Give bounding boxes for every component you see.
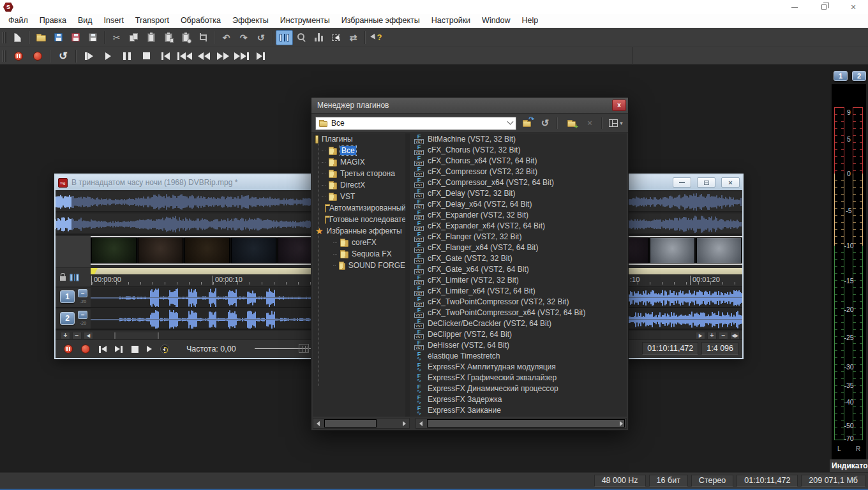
tree-item-все[interactable]: Все [313,145,405,156]
undo-button[interactable]: ↶ [218,30,235,45]
object-mode-icon[interactable] [70,274,79,281]
plugin-path-combobox[interactable]: Все [315,117,516,130]
menu-item-9[interactable]: Настройки [426,14,476,27]
tree-item-magix[interactable]: MAGIX [313,156,405,168]
stop-button[interactable] [131,346,138,353]
plugin-item[interactable]: FVSTcFX_Delay_x64 (VST2, 64 Bit) [410,198,627,209]
menu-item-4[interactable]: Transport [130,14,175,27]
save-all-button[interactable] [84,30,101,45]
scroll-button[interactable]: + [707,332,717,339]
tree-item-vst[interactable]: VST [313,191,405,202]
plugin-item[interactable]: FVSTDeClicker/DeCrackler (VST2, 64 Bit) [410,318,627,329]
scroll-button[interactable]: − [72,332,82,339]
plugin-item[interactable]: FVSTcFX_TwoPointCompressor (VST2, 32 Bit… [410,296,627,307]
restore-button[interactable]: ↺ [252,30,269,45]
new-folder-button[interactable]: + [563,116,580,130]
scroll-button[interactable]: ◂ [84,332,93,339]
video-thumbnail[interactable] [138,237,183,264]
menu-item-6[interactable]: Эффекты [227,14,274,27]
view-options-button[interactable]: ▾ [608,116,624,130]
tree-item-corefx[interactable]: coreFX [313,237,405,248]
project-close-button[interactable]: × [721,177,740,188]
record-pause-button[interactable] [9,48,28,64]
tree-item-третья-сторона[interactable]: Третья сторона [313,168,405,179]
video-thumbnail[interactable] [650,237,695,264]
plugin-item[interactable]: FVSTcFX_Gate_x64 (VST2, 64 Bit) [410,264,627,274]
menu-item-5[interactable]: Обработка [175,14,227,27]
plugin-item[interactable]: FVSTcFX_Compressor_x64 (VST2, 64 Bit) [410,177,627,188]
menu-item-2[interactable]: Вид [72,14,98,27]
menu-item-3[interactable]: Insert [98,14,130,27]
menu-item-0[interactable]: Файл [3,14,34,27]
record-button[interactable] [28,48,47,64]
paste-time-button[interactable] [177,30,194,45]
scroll-button[interactable]: + [61,332,70,339]
tree-horizontal-scrollbar[interactable] [313,418,410,429]
meter-channel-button-1[interactable]: 1 [834,71,848,81]
track2-minimize-button[interactable]: – [78,311,87,319]
crop-button[interactable] [194,30,211,45]
plugin-item[interactable]: FVSTcFX_Delay (VST2, 32 Bit) [410,188,627,198]
scrollbar-thumb[interactable] [324,419,377,427]
track2-number-button[interactable]: 2 [60,312,75,325]
goto-end-button[interactable] [251,48,271,64]
copy-button[interactable] [125,30,142,45]
menu-item-8[interactable]: Избранные эффекты [336,14,426,27]
goto-end-button[interactable] [115,346,123,353]
toolbar-grip[interactable] [3,32,6,43]
list-horizontal-scrollbar[interactable] [415,418,627,429]
stop-button[interactable] [137,48,156,64]
pause-button[interactable] [117,48,137,64]
plugin-item[interactable]: F∿ExpressFX Задержка [410,394,627,405]
tree-item-directx[interactable]: DirectX [313,179,405,191]
scroll-left-arrow[interactable] [313,419,323,428]
scroll-left-arrow[interactable] [416,419,426,428]
track1-number-button[interactable]: 1 [60,290,75,303]
forward-button[interactable] [213,48,232,64]
scroll-button[interactable]: ◂▸ [730,332,740,339]
crossfade-editor-button[interactable]: ⇄ [345,30,362,45]
project-restore-button[interactable] [697,177,715,188]
paste-button[interactable] [142,30,160,45]
tree-item-готовые-последовате.[interactable]: Готовые последовате. [313,214,405,225]
plugin-item[interactable]: FVSTBitMachine (VST2, 32 Bit) [410,133,627,144]
save-as-button[interactable] [67,30,84,45]
minimize-button[interactable] [780,0,809,14]
tree-item-избранные-эффекты[interactable]: ★Избранные эффекты [313,225,405,237]
video-thumbnail[interactable] [696,237,742,264]
scroll-right-arrow[interactable] [617,419,626,428]
save-button[interactable] [50,30,67,45]
plugin-item[interactable]: FVSTcFX_Chorus (VST2, 32 Bit) [410,144,627,155]
zoom-tool-button[interactable] [293,30,310,45]
restore-button[interactable] [809,0,839,14]
menu-item-11[interactable]: Help [516,14,544,27]
close-button[interactable]: × [839,0,868,14]
plugin-item[interactable]: FVSTcFX_Limiter_x64 (VST2, 64 Bit) [410,285,627,296]
scroll-button[interactable]: ▸ [696,332,705,339]
plugin-item[interactable]: FVSTcFX_Compressor (VST2, 32 Bit) [410,166,627,177]
new-file-button[interactable] [9,30,26,45]
dialog-close-button[interactable]: x [612,100,626,111]
mixer-button[interactable] [310,30,327,45]
skip-back-button[interactable] [175,48,194,64]
video-thumbnail[interactable] [184,237,230,264]
mouse-mode-button[interactable]: ? [368,30,385,45]
menu-item-1[interactable]: Правка [34,14,72,27]
video-thumbnail[interactable] [91,237,137,264]
tree-item-плагины[interactable]: Плагины [313,133,405,145]
tree-item-sound-forge[interactable]: SOUND FORGE [313,260,405,271]
plugin-item[interactable]: FVSTcFX_Expander_x64 (VST2, 64 Bit) [410,220,627,231]
video-thumbnail[interactable] [231,237,276,264]
scrollbar-thumb[interactable] [114,332,159,339]
paste-attributes-button[interactable] [160,30,177,45]
plugin-item[interactable]: FVSTcFX_Chorus_x64 (VST2, 64 Bit) [410,155,627,166]
plugin-item[interactable]: FVSTcFX_Gate (VST2, 32 Bit) [410,253,627,264]
plugin-item[interactable]: FVSTcFX_TwoPointCompressor_x64 (VST2, 64… [410,307,627,318]
lock-icon[interactable] [60,276,66,281]
plugin-item[interactable]: F∿élastique Timestretch [410,350,627,361]
plugin-item[interactable]: FVSTcFX_Flanger_x64 (VST2, 64 Bit) [410,242,627,253]
toolbar-grip[interactable] [3,50,6,62]
open-button[interactable] [33,30,50,45]
plugin-item[interactable]: F∿ExpressFX Динамический процессор [410,383,627,394]
play-button[interactable] [98,48,117,64]
